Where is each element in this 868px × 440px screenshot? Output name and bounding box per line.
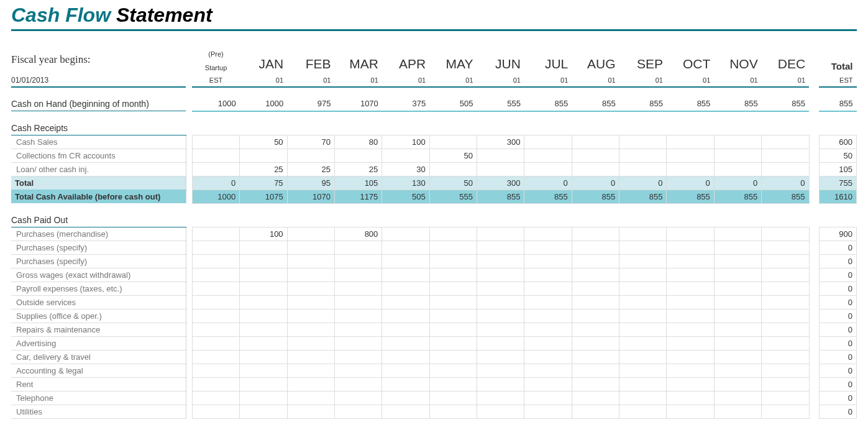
paid-row-7-m10 — [714, 323, 761, 337]
paid-row-7-m4 — [429, 323, 477, 337]
paid-row-4-m1 — [287, 282, 334, 296]
receipts-row-0: Cash Sales507080100300600 — [11, 135, 857, 149]
paid-row-13-m6 — [524, 405, 572, 419]
paid-row-6-m6 — [524, 309, 572, 323]
receipts-row-1-m0 — [240, 149, 287, 162]
paid-row-6-label: Supplies (office & oper.) — [11, 309, 186, 323]
col-sub-jul: 01 — [524, 73, 572, 87]
paid-row-8-m6 — [524, 337, 572, 351]
paid-row-10-m11 — [762, 364, 809, 378]
paid-row-1-total: 0 — [819, 241, 856, 255]
paid-row-4-label: Payroll expenses (taxes, etc.) — [11, 282, 186, 296]
paid-row-7-pre — [192, 323, 239, 337]
paid-row-4-total: 0 — [819, 282, 856, 296]
paid-row-13-total: 0 — [819, 405, 856, 419]
paid-row-1-m8 — [619, 241, 667, 255]
receipts-row-1: Collections fm CR accounts5050 — [11, 149, 857, 162]
paid-row-2-m1 — [287, 255, 334, 268]
receipts-row-0-m4 — [429, 135, 477, 149]
paid-row-4-m4 — [429, 282, 477, 296]
coh-dec: 855 — [762, 97, 809, 111]
col-sub-mar: 01 — [334, 73, 381, 87]
col-sub-dec: 01 — [762, 73, 809, 87]
receipts-row-0-pre — [192, 135, 239, 149]
paid-row-9-m7 — [572, 351, 619, 364]
paid-row-13-m1 — [287, 405, 334, 419]
paid-row-12-m7 — [572, 392, 619, 405]
paid-row-13-m5 — [477, 405, 524, 419]
paid-row-2-total: 0 — [819, 255, 856, 268]
section-cash-receipts: Cash Receipts — [11, 121, 857, 135]
paid-row-10-m2 — [334, 364, 381, 378]
paid-row-3-m2 — [334, 268, 381, 282]
paid-row-3-m10 — [714, 268, 761, 282]
paid-row-13-m4 — [429, 405, 477, 419]
paid-row-7-m9 — [667, 323, 714, 337]
paid-row-0-m4 — [429, 227, 477, 241]
paid-row-0-pre — [192, 227, 239, 241]
paid-row-5-pre — [192, 296, 239, 309]
paid-row-11-m0 — [240, 378, 287, 392]
paid-row-2: Purchases (specify)0 — [11, 255, 857, 268]
paid-row-6-m4 — [429, 309, 477, 323]
paid-row-7-m1 — [287, 323, 334, 337]
paid-row-7-label: Repairs & maintenance — [11, 323, 186, 337]
paid-row-11-m7 — [572, 378, 619, 392]
paid-row-6-m10 — [714, 309, 761, 323]
receipts-total-row-m5: 300 — [477, 176, 524, 190]
receipts-row-1-m2 — [334, 149, 381, 162]
paid-row-9-m6 — [524, 351, 572, 364]
paid-row-3-m9 — [667, 268, 714, 282]
receipts-row-1-m4: 50 — [429, 149, 477, 162]
coh-label: Cash on Hand (beginning of month) — [11, 97, 186, 111]
paid-row-0-m3 — [382, 227, 429, 241]
paid-row-7-m7 — [572, 323, 619, 337]
paid-row-1-pre — [192, 241, 239, 255]
paid-row-6-m9 — [667, 309, 714, 323]
paid-row-5-label: Outside services — [11, 296, 186, 309]
col-month-jul: JUL — [524, 46, 572, 73]
paid-row-3-m3 — [382, 268, 429, 282]
paid-row-3-m0 — [240, 268, 287, 282]
receipts-row-0-m5: 300 — [477, 135, 524, 149]
receipts-total-row-m8: 0 — [619, 176, 667, 190]
cash-flow-table: Fiscal year begins: (Pre) JAN FEB MAR AP… — [11, 46, 857, 419]
receipts-row-1-m5 — [477, 149, 524, 162]
paid-row-1-m3 — [382, 241, 429, 255]
receipts-row-2-m10 — [714, 162, 761, 176]
receipts-total-row-label: Total — [11, 176, 186, 190]
receipts-row-2-total: 105 — [819, 162, 856, 176]
receipts-row-1-m1 — [287, 149, 334, 162]
paid-row-11-m8 — [619, 378, 667, 392]
paid-row-12-m11 — [762, 392, 809, 405]
paid-row-10-m9 — [667, 364, 714, 378]
title-rest: Statement — [111, 4, 212, 26]
paid-row-12-m4 — [429, 392, 477, 405]
coh-nov: 855 — [714, 97, 761, 111]
paid-row-12-pre — [192, 392, 239, 405]
paid-row-9-m9 — [667, 351, 714, 364]
paid-row-7-m6 — [524, 323, 572, 337]
tca-row-m0: 1075 — [240, 190, 287, 203]
paid-row-13: Utilities0 — [11, 405, 857, 419]
receipts-total-row-m3: 130 — [382, 176, 429, 190]
paid-row-10-m3 — [382, 364, 429, 378]
paid-row-9-m3 — [382, 351, 429, 364]
receipts-row-2-m5 — [477, 162, 524, 176]
tca-row-label: Total Cash Available (before cash out) — [11, 190, 186, 203]
paid-row-2-m10 — [714, 255, 761, 268]
paid-row-11-m5 — [477, 378, 524, 392]
paid-row-13-m7 — [572, 405, 619, 419]
paid-row-12-m3 — [382, 392, 429, 405]
col-month-dec: DEC — [762, 46, 809, 73]
paid-row-6-pre — [192, 309, 239, 323]
paid-section-label: Cash Paid Out — [11, 213, 186, 227]
paid-row-13-m10 — [714, 405, 761, 419]
paid-row-0-m8 — [619, 227, 667, 241]
col-sub-may: 01 — [429, 73, 477, 87]
paid-row-8: Advertising0 — [11, 337, 857, 351]
paid-row-10-m0 — [240, 364, 287, 378]
paid-row-9-m0 — [240, 351, 287, 364]
paid-row-12-m9 — [667, 392, 714, 405]
paid-row-10-pre — [192, 364, 239, 378]
